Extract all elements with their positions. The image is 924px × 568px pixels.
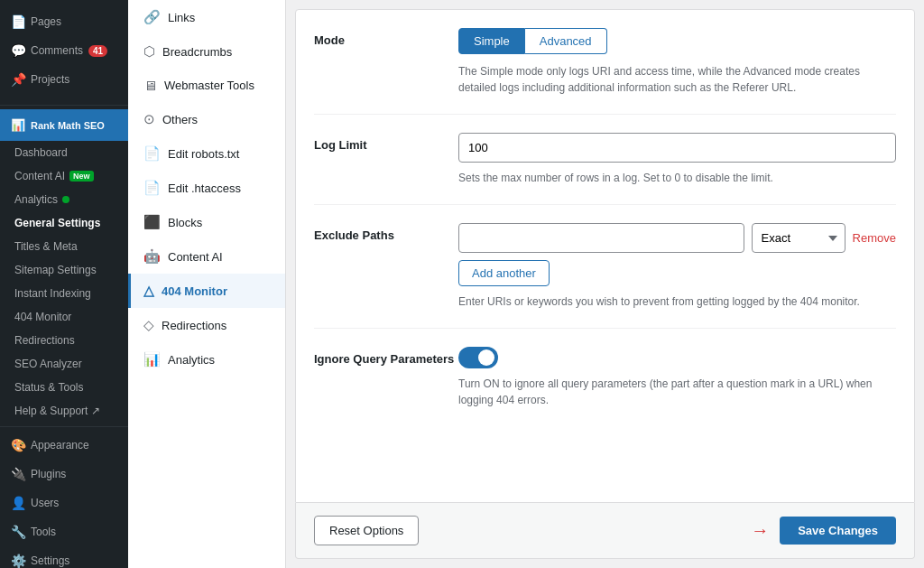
comments-icon: 💬 [11, 43, 25, 58]
divider-2 [0, 426, 128, 427]
mode-advanced-button[interactable]: Advanced [525, 28, 607, 54]
sidebar-item-appearance[interactable]: 🎨 Appearance [0, 431, 128, 460]
404-monitor-icon: △ [143, 283, 154, 299]
remove-path-link[interactable]: Remove [853, 231, 896, 245]
exclude-paths-label: Exclude Paths [314, 223, 458, 242]
tools-icon: 🔧 [11, 525, 25, 539]
submenu-404-monitor[interactable]: 404 Monitor [0, 305, 128, 329]
mode-description: The Simple mode only logs URI and access… [458, 63, 896, 96]
exclude-paths-description: Enter URIs or keywords you wish to preve… [458, 293, 896, 310]
users-icon: 👤 [11, 496, 25, 510]
mode-row: Mode Simple Advanced The Simple mode onl… [314, 10, 896, 115]
sidebar-item-settings[interactable]: ⚙️ Settings [0, 546, 128, 568]
log-limit-description: Sets the max number of rows in a log. Se… [458, 170, 896, 186]
sidebar-item-tools[interactable]: 🔧 Tools [0, 517, 128, 546]
rank-math-submenu: Dashboard Content AI New Analytics Gener… [0, 141, 128, 423]
plugin-sidebar-others[interactable]: ⊙ Others [128, 102, 285, 136]
plugin-sidebar-analytics[interactable]: 📊 Analytics [128, 342, 285, 377]
submenu-sitemap-settings[interactable]: Sitemap Settings [0, 258, 128, 282]
log-limit-control: Sets the max number of rows in a log. Se… [458, 133, 896, 186]
ignore-query-toggle[interactable] [458, 347, 498, 368]
rank-math-icon: 📊 [11, 118, 25, 132]
exclude-paths-inputs: Exact Contains Starts With Ends With Rem… [458, 223, 896, 253]
analytics-dot [62, 196, 69, 203]
rank-math-header[interactable]: 📊 Rank Math SEO [0, 109, 128, 141]
sidebar-item-pages[interactable]: 📄 Pages [0, 7, 128, 36]
pages-icon: 📄 [11, 14, 25, 29]
content-ai-new-badge: New [69, 171, 94, 182]
webmaster-tools-icon: 🖥 [143, 78, 157, 93]
links-icon: 🔗 [143, 9, 161, 25]
plugin-sidebar-blocks[interactable]: ⬛ Blocks [128, 205, 285, 239]
analytics-icon: 📊 [143, 351, 161, 368]
plugin-sidebar-edit-robots[interactable]: 📄 Edit robots.txt [128, 136, 285, 171]
plugin-sidebar-breadcrumbs[interactable]: ⬡ Breadcrumbs [128, 34, 285, 69]
submenu-general-settings[interactable]: General Settings [0, 211, 128, 235]
plugin-sidebar-redirections[interactable]: ◇ Redirections [128, 308, 285, 342]
wp-sidebar: 📄 Pages 💬 Comments 41 📌 Projects 📊 Rank … [0, 0, 128, 568]
submenu-titles-meta[interactable]: Titles & Meta [0, 235, 128, 258]
log-limit-label: Log Limit [314, 133, 458, 152]
mode-control: Simple Advanced The Simple mode only log… [458, 28, 896, 96]
submenu-help-support[interactable]: Help & Support ↗ [0, 399, 128, 423]
exclude-path-input[interactable] [458, 223, 744, 253]
exclude-paths-control: Exact Contains Starts With Ends With Rem… [458, 223, 896, 310]
sidebar-item-users[interactable]: 👤 Users [0, 489, 128, 517]
appearance-icon: 🎨 [11, 438, 25, 452]
submenu-seo-analyzer[interactable]: SEO Analyzer [0, 352, 128, 376]
main-content-wrapper: Mode Simple Advanced The Simple mode onl… [286, 0, 924, 568]
plugin-sidebar-webmaster-tools[interactable]: 🖥 Webmaster Tools [128, 69, 285, 102]
submenu-status-tools[interactable]: Status & Tools [0, 376, 128, 399]
exclude-paths-row: Exclude Paths Exact Contains Starts With… [314, 205, 896, 329]
sidebar-item-comments[interactable]: 💬 Comments 41 [0, 36, 128, 65]
log-limit-input[interactable] [458, 133, 896, 163]
plugin-sidebar-404-monitor[interactable]: △ 404 Monitor ← [128, 274, 285, 308]
mode-buttons: Simple Advanced [458, 28, 896, 54]
sidebar-item-projects[interactable]: 📌 Projects [0, 65, 128, 94]
save-changes-button[interactable]: Save Changes [780, 517, 896, 545]
ignore-query-row: Ignore Query Parameters Turn ON to ignor… [314, 329, 896, 426]
reset-options-button[interactable]: Reset Options [314, 516, 419, 545]
ignore-query-description: Turn ON to ignore all query parameters (… [458, 376, 896, 408]
divider-1 [0, 105, 128, 106]
bottom-menu: 🎨 Appearance 🔌 Plugins 👤 Users 🔧 Tools ⚙… [0, 431, 128, 568]
sidebar-item-plugins[interactable]: 🔌 Plugins [0, 460, 128, 489]
settings-icon: ⚙️ [11, 554, 25, 568]
plugins-icon: 🔌 [11, 467, 25, 481]
ignore-query-control: Turn ON to ignore all query parameters (… [458, 347, 896, 408]
submenu-dashboard[interactable]: Dashboard [0, 141, 128, 164]
plugin-sidebar: 🔗 Links ⬡ Breadcrumbs 🖥 Webmaster Tools … [128, 0, 286, 568]
plugin-sidebar-edit-htaccess[interactable]: 📄 Edit .htaccess [128, 171, 285, 205]
blocks-icon: ⬛ [143, 214, 161, 230]
comments-badge: 41 [88, 45, 107, 57]
projects-icon: 📌 [11, 72, 25, 87]
content-ai-plugin-icon: 🤖 [143, 248, 161, 265]
mode-label: Mode [314, 28, 458, 47]
submenu-redirections[interactable]: Redirections [0, 329, 128, 352]
edit-robots-icon: 📄 [143, 145, 161, 162]
exclude-type-select[interactable]: Exact Contains Starts With Ends With [752, 223, 845, 253]
plugin-sidebar-content-ai[interactable]: 🤖 Content AI [128, 239, 285, 274]
submenu-analytics[interactable]: Analytics [0, 188, 128, 211]
edit-htaccess-icon: 📄 [143, 180, 161, 196]
others-icon: ⊙ [143, 111, 155, 127]
add-another-button[interactable]: Add another [458, 260, 550, 286]
ignore-query-label: Ignore Query Parameters [314, 347, 458, 366]
mode-simple-button[interactable]: Simple [458, 28, 525, 54]
plugin-sidebar-links[interactable]: 🔗 Links [128, 0, 285, 34]
submenu-instant-indexing[interactable]: Instant Indexing [0, 282, 128, 305]
toggle-slider [458, 347, 498, 368]
redirections-icon: ◇ [143, 317, 154, 333]
save-arrow-indicator: → [751, 520, 769, 541]
breadcrumbs-icon: ⬡ [143, 43, 155, 60]
log-limit-row: Log Limit Sets the max number of rows in… [314, 115, 896, 205]
submenu-content-ai[interactable]: Content AI New [0, 164, 128, 188]
